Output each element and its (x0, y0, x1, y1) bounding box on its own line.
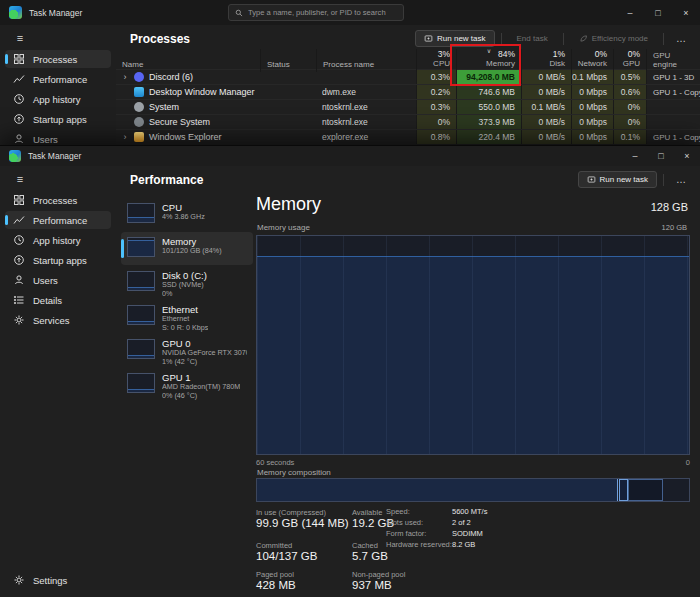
column-header-status[interactable]: Status (260, 49, 316, 72)
hamburger-icon: ≡ (17, 32, 23, 44)
sidebar-item-app-history[interactable]: App history (5, 90, 111, 108)
search-input[interactable] (248, 8, 397, 17)
perf-item-memory[interactable]: Memory101/120 GB (84%) (121, 232, 253, 265)
performance-icon (13, 214, 25, 226)
sidebar-item-label: Users (33, 134, 58, 145)
memory-cell: 373.9 MB (456, 115, 521, 129)
secure-system-icon (134, 117, 144, 127)
page-title: Performance (130, 173, 203, 187)
memory-cell-highlighted: 94,208.0 MB (456, 70, 521, 84)
sidebar-item-label: Users (33, 275, 58, 286)
disk-thumbnail-graph (127, 271, 155, 291)
sidebar-item-users[interactable]: Users (5, 271, 111, 289)
column-header-network[interactable]: 0%Network (571, 49, 613, 72)
composition-standby-segment (628, 479, 663, 501)
process-row-secure-system[interactable]: Secure System ntoskrnl.exe 0% 373.9 MB 0… (116, 114, 700, 129)
minimize-button[interactable]: – (622, 146, 648, 166)
column-header-name[interactable]: Name (116, 49, 260, 72)
minimize-button[interactable]: – (616, 0, 644, 25)
status-cell (260, 130, 316, 144)
processes-toolbar: Run new task End task Efficiency mode … (415, 30, 693, 47)
disk-cell: 0.1 MB/s (521, 100, 571, 114)
composition-in-use-segment (257, 479, 618, 501)
search-box[interactable] (228, 4, 404, 21)
disk-cell: 0 MB/s (521, 130, 571, 144)
hw-label: Hardware reserved: (386, 540, 452, 549)
end-task-button[interactable]: End task (508, 30, 557, 47)
perf-item-gpu0[interactable]: GPU 0NVIDIA GeForce RTX 30701% (42 °C) (121, 334, 253, 367)
more-options-button[interactable]: … (670, 174, 693, 185)
gpu-engine-cell (646, 115, 700, 129)
status-cell (260, 85, 316, 99)
cpu-cell: 0.3% (416, 70, 456, 84)
sidebar-item-startup-apps[interactable]: Startup apps (5, 251, 111, 269)
sidebar-item-settings[interactable]: Settings (5, 571, 111, 589)
maximize-button[interactable]: □ (648, 146, 674, 166)
sidebar-item-performance[interactable]: Performance (5, 70, 111, 88)
more-options-button[interactable]: … (670, 33, 693, 44)
gpu-cell: 0.1% (613, 130, 646, 144)
nav-toggle-button[interactable]: ≡ (10, 171, 30, 187)
close-button[interactable]: × (672, 0, 700, 25)
sidebar-item-app-history[interactable]: App history (5, 231, 111, 249)
column-header-disk[interactable]: 1%Disk (521, 49, 571, 72)
memory-cell: 220.4 MB (456, 130, 521, 144)
sidebar-item-label: Settings (33, 575, 67, 586)
maximize-button[interactable]: □ (644, 0, 672, 25)
network-cell: 0 Mbps (571, 130, 613, 144)
run-new-task-button[interactable]: Run new task (415, 30, 494, 47)
gpu-cell: 0% (613, 115, 646, 129)
window-controls: – □ × (622, 146, 700, 166)
perf-item-disk0[interactable]: Disk 0 (C:)SSD (NVMe)0% (121, 266, 253, 299)
user-icon (13, 274, 25, 286)
column-header-gpu-engine[interactable]: GPU engine (646, 49, 700, 72)
hw-label: Speed: (386, 507, 452, 516)
perf-item-ethernet[interactable]: EthernetEthernetS: 0 R: 0 Kbps (121, 300, 253, 333)
close-button[interactable]: × (674, 146, 700, 166)
leaf-icon (579, 34, 588, 43)
toolbar-divider (663, 174, 664, 186)
memory-cell: 746.6 MB (456, 85, 521, 99)
network-cell: 0 Mbps (571, 85, 613, 99)
perf-item-cpu[interactable]: CPU4% 3.86 GHz (121, 198, 253, 231)
perf-item-gpu1[interactable]: GPU 1AMD Radeon(TM) 780M0% (46 °C) (121, 368, 253, 401)
stat-label: In use (Compressed) (256, 508, 326, 517)
column-header-memory[interactable]: ∨ 84%Memory (456, 49, 521, 72)
sidebar-item-processes[interactable]: Processes (5, 50, 111, 68)
process-name-cell: dwm.exe (316, 85, 416, 99)
sidebar-item-performance[interactable]: Performance (5, 211, 111, 229)
composition-modified-segment (619, 479, 628, 501)
run-new-task-button[interactable]: Run new task (578, 171, 657, 188)
sidebar-item-services[interactable]: Services (5, 311, 111, 329)
column-header-gpu[interactable]: 0%GPU (613, 49, 646, 72)
startup-icon (13, 113, 25, 125)
hw-label: Slots used: (386, 518, 452, 527)
memory-stats: In use (Compressed) 99.9 GB (144 MB) Ava… (256, 506, 690, 596)
efficiency-mode-button[interactable]: Efficiency mode (570, 30, 657, 47)
column-header-cpu[interactable]: 3%CPU (416, 49, 456, 72)
time-span-label: 60 seconds (256, 458, 294, 467)
screen: Task Manager – □ × ≡ Processes Performan… (0, 0, 700, 597)
stat-value: 937 MB (352, 579, 392, 591)
table-header-row: Name Status Process name 3%CPU ∨ 84%Memo… (116, 49, 700, 69)
expand-chevron-icon[interactable]: › (121, 73, 129, 82)
process-row-explorer[interactable]: ›Windows Explorer explorer.exe 0.8% 220.… (116, 129, 700, 144)
expand-chevron-icon[interactable]: › (121, 133, 129, 142)
hw-value: 2 of 2 (452, 518, 487, 527)
stat-value: 99.9 GB (144 MB) (256, 517, 349, 529)
graph-scale-max: 120 GB (662, 223, 687, 232)
sidebar-item-details[interactable]: Details (5, 291, 111, 309)
process-row-dwm[interactable]: Desktop Window Manager dwm.exe 0.2% 746.… (116, 84, 700, 99)
column-header-process-name[interactable]: Process name (316, 49, 416, 72)
sidebar-item-processes[interactable]: Processes (5, 191, 111, 209)
sidebar-item-label: Startup apps (33, 255, 87, 266)
nav-toggle-button[interactable]: ≡ (10, 30, 30, 46)
graph-time-axis: 60 seconds 0 (256, 458, 690, 467)
process-row-system[interactable]: System ntoskrnl.exe 0.3% 550.0 MB 0.1 MB… (116, 99, 700, 114)
cpu-cell: 0.2% (416, 85, 456, 99)
process-name-cell: explorer.exe (316, 130, 416, 144)
dwm-icon (134, 87, 144, 97)
status-cell (260, 115, 316, 129)
sidebar-item-startup-apps[interactable]: Startup apps (5, 110, 111, 128)
gpu-engine-cell: GPU 1 - Copy (646, 85, 700, 99)
